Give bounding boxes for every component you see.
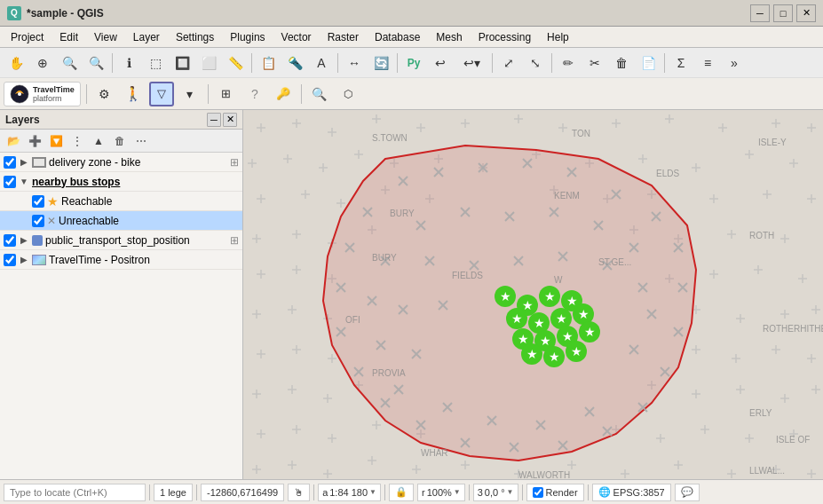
unreachable-checkbox[interactable] [32,215,44,227]
messages-button[interactable]: 💬 [675,484,700,501]
rotation-dropdown[interactable]: 3 0,0 ° ▼ [473,484,518,501]
digitize-button[interactable]: ✏ [556,51,581,75]
reachable-checkbox[interactable] [32,195,44,208]
menu-raster[interactable]: Raster [320,29,366,45]
menu-settings[interactable]: Settings [169,29,221,45]
tt-join-button[interactable]: ⊞ [214,82,239,106]
layer-item-nearby-bus-stops[interactable]: ▼ nearby bus stops [0,172,242,192]
menu-help[interactable]: Help [540,29,576,45]
status-sep-4 [384,484,385,500]
undo-dropdown-button[interactable]: ↩▾ [455,51,488,75]
svg-text:★: ★ [584,325,596,339]
delete-button[interactable]: 🗑 [609,51,634,75]
pan-tool-button[interactable]: ✋ [4,51,28,75]
cursor-icon-item: 🖱 [288,484,310,501]
menu-mesh[interactable]: Mesh [429,29,469,45]
zoom-in-button[interactable]: 🔍 [57,51,82,75]
menu-vector[interactable]: Vector [274,29,319,45]
lock-icon: 🔒 [395,486,408,498]
tt-search-button[interactable]: 🔍 [307,82,332,106]
refresh-button[interactable]: 🔄 [368,51,393,75]
scale-dropdown[interactable]: a 1:84 180 ▼ [318,484,381,501]
zoom-full-button[interactable]: ⤢ [496,51,521,75]
menu-plugins[interactable]: Plugins [223,29,272,45]
status-sep-6 [522,484,523,500]
touch-zoom-button[interactable]: ⊕ [30,51,55,75]
layers-panel-close[interactable]: ✕ [223,113,237,127]
window-controls: ─ □ ✕ [750,4,816,22]
tt-travel-button[interactable]: 🚶 [121,82,146,106]
zoom-arrow: ▼ [454,488,461,496]
menu-processing[interactable]: Processing [471,29,538,45]
add-group-button[interactable]: ➕ [25,132,44,150]
select-button[interactable]: ⬚ [143,51,168,75]
layer-options-button[interactable]: ⋯ [131,132,151,150]
sum-button[interactable]: Σ [669,51,693,75]
python-console-button[interactable]: Py [401,51,426,75]
collapse-all-button[interactable]: ▲ [89,132,108,150]
select2-button[interactable]: 🔲 [170,51,194,75]
layer-item-delivery-zone[interactable]: ▶ delivery zone - bike ⊞ [0,153,242,172]
extent-button[interactable]: ↔ [342,51,367,75]
traveltime-toolbar: TravelTime platform ⚙ 🚶 ▽ ▾ ⊞ ? 🔑 🔍 ⬡ [0,78,823,110]
svg-text:★: ★ [540,334,551,348]
tt-filter-active-button[interactable]: ▽ [149,82,174,106]
deselect-button[interactable]: ⬜ [196,51,221,75]
layer-item-public-transport[interactable]: ▶ public_transport_stop_position ⊞ [0,231,242,250]
measure-button[interactable]: 📏 [223,51,248,75]
layer-sub-item-unreachable[interactable]: ✕ Unreachable [0,211,242,231]
undo-button[interactable]: ↩ [428,51,453,75]
filter-layer-button[interactable]: 🔽 [46,132,66,150]
public-transport-checkbox[interactable] [4,234,16,247]
stats-button[interactable]: ≡ [695,51,720,75]
tt-help-button[interactable]: ? [242,82,267,106]
open-layer-button[interactable]: 📂 [4,132,23,150]
layers-panel-minimize[interactable]: ─ [207,113,221,127]
zoom-dropdown[interactable]: r 100% ▼ [417,484,465,501]
menu-edit[interactable]: Edit [52,29,85,45]
svg-text:LLWAL...: LLWAL... [749,466,785,476]
render-checkbox[interactable] [533,487,543,498]
menu-layer[interactable]: Layer [126,29,167,45]
maximize-button[interactable]: □ [773,4,793,22]
traveltime-positron-expand[interactable]: ▶ [19,255,29,265]
layer-item-traveltime-positron[interactable]: ▶ TravelTime - Positron [0,250,242,270]
svg-text:ELDS: ELDS [656,169,679,178]
crs-value: EPSG:3857 [613,487,665,498]
rotation-prefix: 3 [478,487,483,498]
public-transport-expand[interactable]: ▶ [19,235,29,246]
map-area[interactable]: ★ ★ ★ ★ ★ ★ ★ ★ ★ ★ ★ [243,110,823,479]
delivery-zone-expand[interactable]: ▶ [19,157,29,168]
tt-key-button[interactable]: 🔑 [271,82,296,106]
minimize-button[interactable]: ─ [750,4,770,22]
svg-text:★: ★ [526,347,538,361]
delivery-zone-checkbox[interactable] [4,156,16,169]
attribute-table-button[interactable]: 📋 [256,51,281,75]
close-button[interactable]: ✕ [796,4,816,22]
identify-button[interactable]: ℹ [116,51,141,75]
form-button[interactable]: 📄 [636,51,661,75]
crs-item[interactable]: 🌐 EPSG:3857 [592,484,671,501]
label-button[interactable]: A [309,51,334,75]
filter2-layer-button[interactable]: ⋮ [67,132,87,150]
layer-sub-item-reachable[interactable]: ★ Reachable [0,192,242,211]
zoom-out-button[interactable]: 🔍 [83,51,108,75]
tt-settings-button[interactable]: ⚙ [92,82,117,106]
nearby-bus-stops-expand[interactable]: ▼ [19,177,29,187]
cut-button[interactable]: ✂ [582,51,607,75]
more-button[interactable]: » [722,51,747,75]
tt-export-button[interactable]: ⬡ [336,82,360,106]
zoom-select-button[interactable]: ⤡ [523,51,548,75]
remove-layer-button[interactable]: 🗑 [110,132,130,150]
traveltime-positron-checkbox[interactable] [4,254,16,266]
locate-input[interactable] [4,484,146,501]
svg-text:ROTH: ROTH [749,231,774,240]
tt-filter-dropdown[interactable]: ▾ [178,82,202,106]
filter-button[interactable]: 🔦 [282,51,307,75]
menu-project[interactable]: Project [4,29,51,45]
nearby-bus-stops-checkbox[interactable] [4,176,16,188]
menu-view[interactable]: View [87,29,124,45]
traveltime-positron-icon [32,255,46,265]
menu-database[interactable]: Database [368,29,427,45]
svg-text:★: ★ [566,294,578,308]
